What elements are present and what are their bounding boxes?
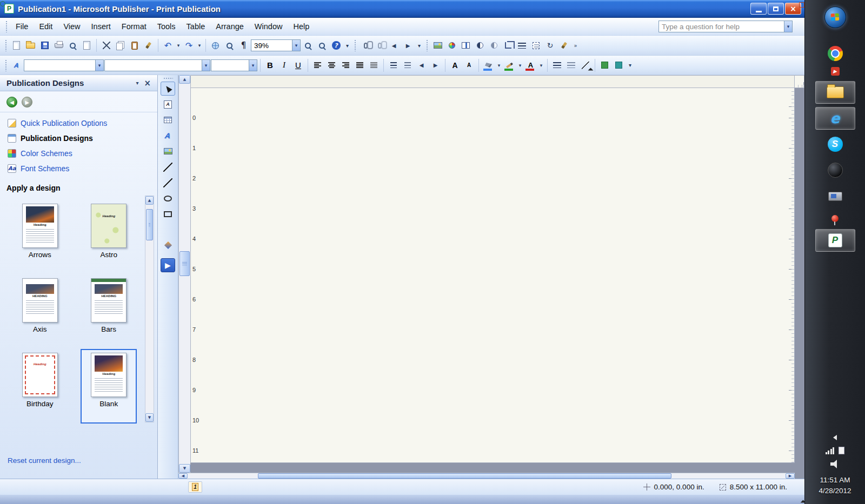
horizontal-ruler[interactable]: 6 5 4 3 2 1 0 1 2 3 4 5 6 7 8	[795, 75, 804, 88]
insert-hyperlink-button[interactable]	[209, 39, 222, 52]
taskbar-internet-explorer-button[interactable]: e	[815, 107, 855, 130]
scroll-thumb[interactable]	[146, 209, 153, 240]
zoom-in-button[interactable]	[315, 39, 329, 52]
toolbar-options-button[interactable]: ▾	[343, 38, 351, 52]
toolbar-grip[interactable]	[354, 39, 356, 51]
select-objects-tool[interactable]	[161, 82, 175, 96]
design-thumbnail[interactable]: Heading	[22, 353, 58, 397]
3d-style-button[interactable]	[612, 58, 626, 72]
decrease-indent-button[interactable]: ◀	[415, 58, 428, 72]
design-card-axis[interactable]: HEADING Axis	[12, 274, 68, 349]
action-center-icon[interactable]	[839, 447, 844, 454]
menu-help[interactable]: Help	[288, 20, 314, 33]
chevron-down-icon[interactable]: ▾	[784, 21, 792, 32]
volume-icon[interactable]	[830, 460, 840, 468]
oval-tool[interactable]	[161, 191, 175, 205]
picture-frame-tool[interactable]	[161, 144, 175, 158]
zoom-out-button[interactable]	[301, 39, 315, 52]
scroll-up-button[interactable]: ▲	[179, 75, 190, 84]
design-thumbnail[interactable]: Heading	[91, 204, 127, 248]
chevron-down-icon[interactable]: ▾	[249, 60, 257, 71]
spelling-button[interactable]	[80, 39, 94, 52]
font-color-button[interactable]: A	[524, 58, 537, 72]
chevron-down-icon[interactable]: ▾	[95, 60, 103, 71]
print-preview-button[interactable]	[66, 39, 79, 52]
undo-button[interactable]: ↶	[161, 39, 175, 52]
design-card-bars[interactable]: HEADING Bars	[81, 274, 137, 349]
create-text-box-link-button[interactable]	[359, 39, 372, 52]
print-button[interactable]	[52, 39, 65, 52]
design-thumbnail[interactable]: HEADING	[91, 278, 127, 322]
previous-text-box-button[interactable]: ◀	[387, 39, 401, 52]
menu-file[interactable]: File	[11, 20, 33, 33]
link-font-schemes[interactable]: Aa Font Schemes	[0, 161, 157, 176]
increase-indent-button[interactable]: ▶	[429, 58, 442, 72]
task-pane-back-button[interactable]: ◀	[6, 97, 17, 107]
underline-button[interactable]: U	[291, 58, 305, 72]
task-pane-dropdown[interactable]: ▾	[132, 79, 142, 87]
shadow-style-button[interactable]	[598, 58, 611, 72]
scroll-up-button[interactable]: ▲	[145, 196, 154, 205]
toolbar-grip[interactable]	[5, 59, 7, 71]
save-button[interactable]	[38, 39, 51, 52]
italic-button[interactable]: I	[277, 58, 291, 72]
minimize-button[interactable]	[750, 3, 767, 15]
help-button[interactable]: ?	[329, 39, 343, 52]
line-spacing-button[interactable]	[367, 58, 381, 72]
taskbar-chrome-button[interactable]	[815, 42, 855, 65]
design-thumbnail[interactable]: HEADING	[22, 278, 58, 322]
taskbar-device-button[interactable]	[815, 185, 855, 207]
format-painter-button[interactable]	[142, 39, 155, 52]
text-box-tool[interactable]: A	[161, 97, 175, 111]
bullets-button[interactable]	[401, 58, 414, 72]
scroll-thumb[interactable]	[258, 473, 671, 479]
style-combobox[interactable]: ▾	[24, 59, 104, 71]
insert-wordart-tool[interactable]: A	[161, 129, 175, 143]
toolbar-options-button[interactable]: ▾	[626, 58, 634, 72]
dash-style-button[interactable]	[564, 58, 578, 72]
publication-canvas[interactable]: Rectangle	[795, 88, 804, 463]
less-contrast-button[interactable]	[487, 39, 501, 52]
arrow-tool[interactable]	[161, 176, 175, 190]
start-button[interactable]	[824, 6, 846, 28]
design-thumbnail[interactable]: Heading	[22, 204, 58, 248]
more-contrast-button[interactable]	[473, 39, 487, 52]
fill-color-button[interactable]	[482, 58, 495, 72]
help-question-box[interactable]: ▾	[658, 21, 793, 32]
line-border-style-button[interactable]	[550, 58, 564, 72]
fill-color-dropdown[interactable]: ▾	[496, 59, 502, 71]
justify-button[interactable]	[353, 58, 367, 72]
chevron-down-icon[interactable]: ▾	[202, 60, 210, 71]
new-button[interactable]	[10, 39, 23, 52]
task-pane-forward-button[interactable]: ▶	[22, 97, 32, 107]
design-card-birthday[interactable]: Heading Birthday	[12, 349, 68, 424]
task-pane-close-icon[interactable]: ×	[142, 78, 153, 88]
taskbar-skype-button[interactable]: S	[815, 133, 855, 156]
taskbar-media-button[interactable]: ▶	[815, 65, 855, 78]
toolbar-grip[interactable]	[426, 39, 428, 51]
vertical-scrollbar[interactable]: ▲ ▼	[178, 75, 190, 473]
menu-table[interactable]: Table	[182, 20, 210, 33]
styles-button[interactable]: A	[10, 58, 23, 72]
scroll-down-button[interactable]: ▼	[145, 413, 154, 422]
vertical-ruler[interactable]: 0 1 2 3 4 5 6 7 8 9 10 11	[190, 88, 795, 463]
titlebar[interactable]: P Publication1 - Microsoft Publisher - P…	[0, 0, 804, 18]
zoom-combobox[interactable]: 39% ▾	[251, 39, 301, 51]
columns-button[interactable]	[459, 39, 473, 52]
font-color-dropdown[interactable]: ▾	[538, 59, 544, 71]
open-button[interactable]	[24, 39, 37, 52]
chevron-down-icon[interactable]: ▾	[292, 40, 300, 51]
taskbar-publisher-button[interactable]: P	[815, 229, 855, 252]
toolbar-grip[interactable]	[5, 39, 7, 51]
menu-arrange[interactable]: Arrange	[211, 20, 249, 33]
text-wrapping-button[interactable]	[529, 39, 543, 52]
scroll-thumb[interactable]	[179, 251, 190, 276]
crop-button[interactable]	[501, 39, 515, 52]
taskbar-clock[interactable]: 11:51 AM 4/28/2012	[819, 475, 851, 496]
line-style-button[interactable]	[515, 39, 529, 52]
redo-button[interactable]: ↷	[182, 39, 196, 52]
line-color-dropdown[interactable]: ▾	[517, 59, 523, 71]
redo-dropdown[interactable]: ▾	[196, 39, 203, 52]
special-characters-button[interactable]: ¶	[237, 39, 250, 52]
autoshapes-tool[interactable]	[161, 223, 175, 237]
